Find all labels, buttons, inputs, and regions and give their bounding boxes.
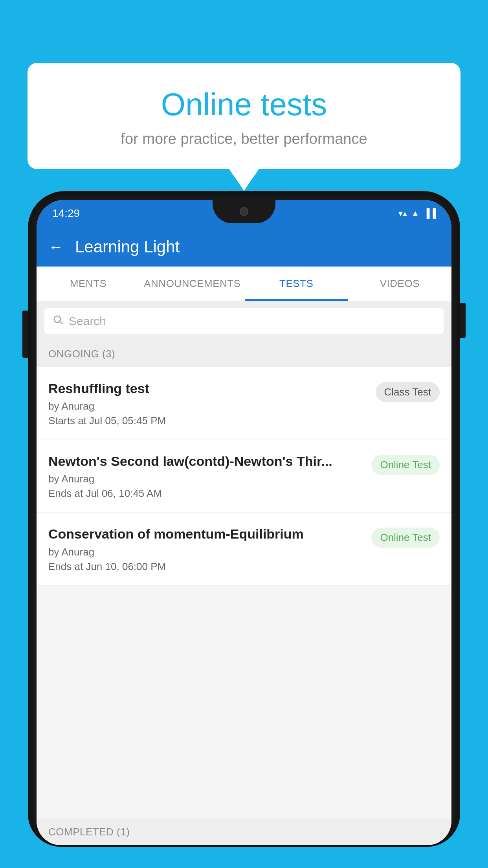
phone-outer: 14:29 ▾▴ ▲ ▐▐ ← Learning Light xyxy=(29,193,459,868)
test-time: Ends at Jun 10, 06:00 PM xyxy=(48,561,363,573)
test-badge: Class Test xyxy=(376,382,440,402)
status-bar: 14:29 ▾▴ ▲ ▐▐ xyxy=(37,200,451,227)
tab-ments[interactable]: MENTS xyxy=(37,267,140,301)
bubble-title: Online tests xyxy=(43,86,445,123)
tab-announcements[interactable]: ANNOUNCEMENTS xyxy=(140,267,244,301)
speech-bubble-container: Online tests for more practice, better p… xyxy=(28,63,460,169)
test-item[interactable]: Reshuffling test by Anurag Starts at Jul… xyxy=(37,367,451,440)
test-badge: Online Test xyxy=(371,528,440,548)
tab-tests[interactable]: TESTS xyxy=(245,267,348,301)
signal-icon: ▲ xyxy=(411,208,420,219)
search-input-wrapper[interactable]: Search xyxy=(44,308,444,334)
back-button[interactable]: ← xyxy=(48,239,63,256)
wifi-icon: ▾▴ xyxy=(398,208,407,219)
phone-inner: 14:29 ▾▴ ▲ ▐▐ ← Learning Light xyxy=(37,200,451,845)
battery-icon: ▐▐ xyxy=(424,208,436,219)
speech-bubble: Online tests for more practice, better p… xyxy=(28,63,460,169)
tab-videos[interactable]: VIDEOS xyxy=(348,267,451,301)
test-item[interactable]: Newton's Second law(contd)-Newton's Thir… xyxy=(37,440,451,513)
test-item-content: Reshuffling test by Anurag Starts at Jul… xyxy=(48,380,368,427)
phone-frame: 14:29 ▾▴ ▲ ▐▐ ← Learning Light xyxy=(29,193,459,845)
phone-content: MENTS ANNOUNCEMENTS TESTS VIDEOS xyxy=(37,267,451,845)
test-list: Reshuffling test by Anurag Starts at Jul… xyxy=(37,367,451,586)
app-bar-title: Learning Light xyxy=(75,237,180,256)
status-time: 14:29 xyxy=(52,207,80,220)
search-container: Search xyxy=(37,301,451,341)
svg-point-0 xyxy=(54,316,61,322)
test-time: Ends at Jul 06, 10:45 AM xyxy=(48,487,363,500)
svg-line-1 xyxy=(60,322,62,324)
test-item-content: Newton's Second law(contd)-Newton's Thir… xyxy=(48,452,363,500)
test-author: by Anurag xyxy=(48,546,363,558)
tabs-container: MENTS ANNOUNCEMENTS TESTS VIDEOS xyxy=(37,267,451,301)
completed-section-header: COMPLETED (1) xyxy=(37,819,451,845)
test-title: Conservation of momentum-Equilibrium xyxy=(48,525,363,542)
test-time: Starts at Jul 05, 05:45 PM xyxy=(48,415,368,427)
test-author: by Anurag xyxy=(48,473,363,485)
ongoing-section-header: ONGOING (3) xyxy=(37,341,451,367)
test-badge: Online Test xyxy=(371,455,440,475)
search-icon xyxy=(52,314,63,328)
camera-dot xyxy=(240,207,248,216)
test-title: Newton's Second law(contd)-Newton's Thir… xyxy=(48,452,363,470)
search-placeholder: Search xyxy=(69,314,106,328)
test-item-content: Conservation of momentum-Equilibrium by … xyxy=(48,525,363,572)
bubble-subtitle: for more practice, better performance xyxy=(43,131,445,147)
status-icons: ▾▴ ▲ ▐▐ xyxy=(398,208,436,219)
test-author: by Anurag xyxy=(48,400,368,412)
test-title: Reshuffling test xyxy=(48,380,368,397)
app-bar: ← Learning Light xyxy=(37,227,451,267)
notch xyxy=(213,200,275,223)
test-item[interactable]: Conservation of momentum-Equilibrium by … xyxy=(37,513,451,585)
